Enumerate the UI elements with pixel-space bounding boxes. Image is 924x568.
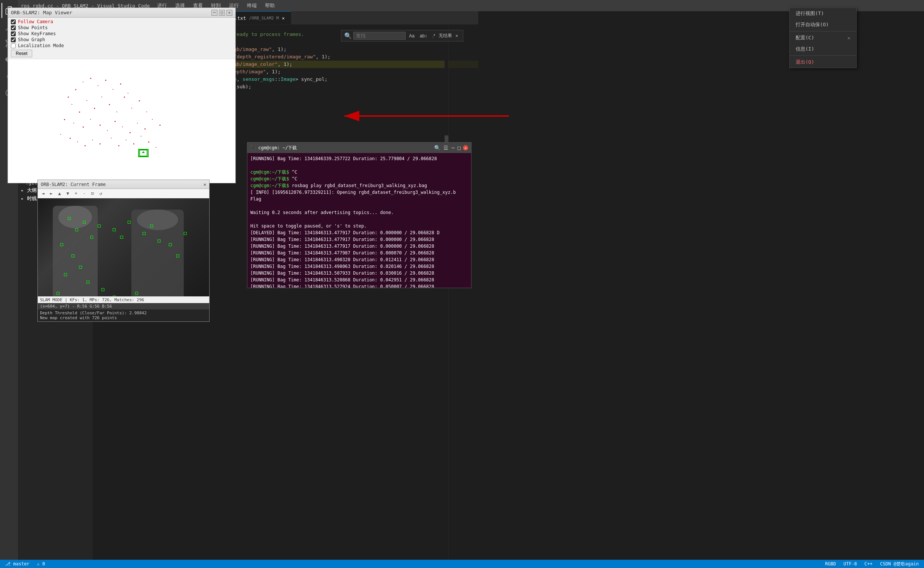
show-points-checkbox[interactable] <box>11 26 16 30</box>
new-map-info: New map created with 726 points <box>40 316 207 320</box>
terminal-prompt1: cgm@cgm:~/下载$ ^C <box>251 169 468 175</box>
show-points-label: Show Points <box>18 25 48 30</box>
fp18 <box>101 288 104 291</box>
fp8 <box>79 266 82 269</box>
frame-tool-rotate[interactable]: ↺ <box>97 190 104 197</box>
fp24 <box>135 292 138 295</box>
menu-item-term[interactable]: 终端 <box>243 1 260 11</box>
tab-cmake2-path: /ORB_SLAM2 M <box>249 16 278 21</box>
fp2 <box>75 228 78 231</box>
term-close-btn[interactable]: ✕ <box>463 145 468 150</box>
menu-sep-1 <box>790 31 856 32</box>
show-graph-row: Show Graph <box>11 37 233 42</box>
term-menu-icon[interactable]: ☰ <box>443 145 449 151</box>
find-bar: 🔍 Aa ab↕ .* 无结果 × <box>341 30 463 42</box>
status-encoding[interactable]: UTF-8 <box>841 561 859 566</box>
tab-cmake2-close[interactable]: × <box>282 15 285 21</box>
menu-item-info[interactable]: 信息(I) <box>790 44 856 54</box>
localization-mode-row: Localization Mode <box>11 43 233 48</box>
show-keyframes-checkbox[interactable] <box>11 32 16 36</box>
term-maximize-btn[interactable]: □ <box>457 145 462 151</box>
terminal-info: [ INFO] [1695612076.973329211]: Opening … <box>251 189 468 196</box>
terminal-log-8: [RUNNING] Bag Time: 1341846313.520868 Du… <box>251 276 468 283</box>
menu-item-autosave[interactable]: 打开自动保(O) <box>790 19 856 30</box>
current-frame-titlebar: ORB-SLAM2: Current Frame ✕ <box>38 180 209 189</box>
find-regex-btn[interactable]: .* <box>430 32 437 40</box>
depth-threshold: Depth Threshold (Close/Far Points): 2.98… <box>40 311 207 316</box>
reset-button[interactable]: Reset <box>11 50 32 57</box>
fp10 <box>113 228 116 231</box>
menu-item-config-label: 配置(C) <box>796 35 814 41</box>
status-csdn[interactable]: CSDN @楚歌again <box>878 561 921 567</box>
frame-image-area[interactable] <box>38 198 209 296</box>
frame-close-btn[interactable]: ✕ <box>204 182 206 187</box>
find-close-btn[interactable]: × <box>454 32 460 40</box>
slam-mode-label: SLAM MODE | KFs: 1, MPs: 726, Matches: 2… <box>40 298 144 302</box>
menu-item-quit[interactable]: 退出(Q) <box>790 56 856 68</box>
rgbd-label: RGBD <box>825 561 836 566</box>
camera-marker <box>138 149 149 157</box>
git-branch-label: master <box>13 561 29 566</box>
terminal-log-7: [RUNNING] Bag Time: 1341846313.507933 Du… <box>251 270 468 276</box>
show-graph-label: Show Graph <box>18 37 45 42</box>
menu-item-jin[interactable]: 进行视图(T) <box>790 8 856 19</box>
terminal-content[interactable]: [RUNNING] Bag Time: 1341846339.257722 Du… <box>248 153 471 288</box>
encoding-label: UTF-8 <box>844 561 857 566</box>
fp5 <box>90 236 93 239</box>
fp12 <box>128 221 131 224</box>
find-input[interactable] <box>353 32 406 40</box>
map-viewer-controls: ─ □ ✕ <box>211 10 233 16</box>
frame-tool-back[interactable]: ◄ <box>39 190 47 197</box>
current-frame-window: ORB-SLAM2: Current Frame ✕ ◄ ► ▲ ▼ + - ⊡… <box>38 180 210 322</box>
frame-tool-zoom-out[interactable]: - <box>80 190 88 197</box>
editor-scrollbar[interactable] <box>445 25 448 568</box>
menu-item-help[interactable]: 帮助 <box>261 1 278 11</box>
localization-mode-checkbox[interactable] <box>11 44 16 48</box>
follow-camera-checkbox[interactable] <box>11 20 16 24</box>
terminal-title: cgm@cgm: ~/下载 <box>258 145 297 151</box>
status-bar: ⎇ master ⚠ 0 RGBD UTF-8 C++ CSDN @楚歌agai… <box>0 560 924 568</box>
map-viewer-minimize[interactable]: ─ <box>211 10 217 16</box>
terminal-log-5: [RUNNING] Bag Time: 1341846313.490328 Du… <box>251 256 468 263</box>
frame-tool-up[interactable]: ▲ <box>56 190 63 197</box>
fp20 <box>176 254 179 257</box>
term-minimize-btn[interactable]: ─ <box>451 145 455 151</box>
terminal-icon: ⬛ <box>251 145 256 150</box>
find-case-btn[interactable]: Aa <box>407 32 417 40</box>
map-viewer-close[interactable]: ✕ <box>226 10 233 16</box>
terminal-hit: Hit space to toggle paused, or 's' to st… <box>251 223 468 230</box>
show-keyframes-row: Show KeyFrames <box>11 31 233 36</box>
terminal-log-6: [RUNNING] Bag Time: 1341846313.498063 Du… <box>251 263 468 270</box>
frame-toolbar: ◄ ► ▲ ▼ + - ⊡ ↺ <box>38 189 209 198</box>
find-word-btn[interactable]: ab↕ <box>418 32 429 40</box>
svg-marker-4 <box>142 151 145 153</box>
language-label: C++ <box>865 561 873 566</box>
map-viewer-maximize[interactable]: □ <box>219 10 225 16</box>
fp6 <box>98 225 101 228</box>
frame-coords: (x=604, y=7) - R:56 G:56 B:56 <box>40 304 112 309</box>
terminal-log-4: [RUNNING] Bag Time: 1341846313.477987 Du… <box>251 249 468 256</box>
status-git-branch[interactable]: ⎇ master <box>3 561 32 566</box>
frame-tool-fit[interactable]: ⊡ <box>89 190 96 197</box>
terminal-prompt3: cgm@cgm:~/下载$ rosbag play rgbd_dataset_f… <box>251 182 468 189</box>
frame-tool-forward[interactable]: ► <box>48 190 55 197</box>
frame-info: (x=604, y=7) - R:56 G:56 B:56 <box>38 303 209 310</box>
status-language[interactable]: C++ <box>862 561 875 566</box>
fp4 <box>60 243 63 246</box>
terminal-prompt2: cgm@cgm:~/下载$ ^C <box>251 175 468 182</box>
menu-item-autosave-label: 打开自动保(O) <box>796 21 829 28</box>
show-graph-checkbox[interactable] <box>11 38 16 42</box>
frame-tool-down[interactable]: ▼ <box>64 190 71 197</box>
show-keyframes-label: Show KeyFrames <box>18 31 56 36</box>
status-rgbd[interactable]: RGBD <box>823 561 838 566</box>
frame-tool-zoom-in[interactable]: + <box>72 190 80 197</box>
fp16 <box>86 281 89 284</box>
terminal-log-1: [DELAYED] Bag Time: 1341846313.477917 Du… <box>251 230 468 236</box>
menu-item-quit-label: 退出(Q) <box>796 59 814 65</box>
map-viewer-window: ORB-SLAM2: Map Viewer ─ □ ✕ Follow Camer… <box>8 8 236 183</box>
term-search-icon[interactable]: 🔍 <box>433 145 441 151</box>
menu-item-jin-label: 进行视图(T) <box>796 10 824 17</box>
map-canvas[interactable] <box>8 59 236 183</box>
menu-item-config[interactable]: 配置(C) ✕ <box>790 32 856 44</box>
status-errors[interactable]: ⚠ 0 <box>35 561 48 566</box>
